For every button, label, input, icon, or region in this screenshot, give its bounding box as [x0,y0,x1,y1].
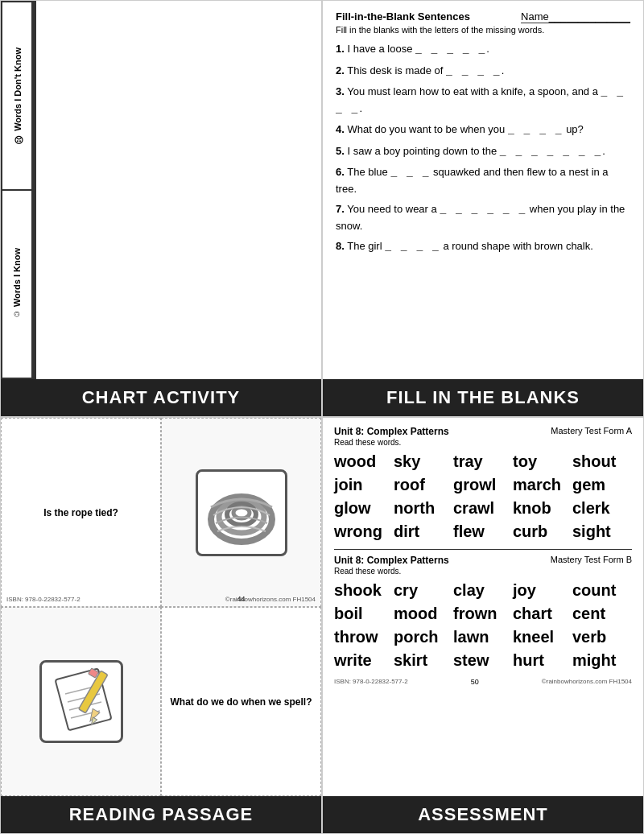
assess-word-b: cry [394,580,453,601]
chart-bottom-writing-area [33,191,35,378]
fitb-name: Name______________ [521,10,630,23]
assess-word-b: clay [453,580,513,601]
writing-image [45,666,118,734]
assess-word-b: chart [513,603,572,625]
chart-main-area [33,2,35,378]
fitb-header: Fill-in-the-Blank Sentences Name________… [336,10,630,23]
assess-footer: ISBN: 978-0-22832-577-2 50 ©rainbowhoriz… [334,678,632,686]
assess-word-b: mood [394,603,453,625]
assess-word-b: hurt [513,650,572,671]
assess-grid-b: shookcryclayjoycountboilmoodfrownchartce… [334,580,632,671]
chart-sidebar-top: ☹ Words I Don't Know [2,2,31,191]
fitb-item-3: 3. You must learn how to eat with a knif… [336,84,630,117]
assess-word-a: wrong [334,521,394,543]
assess-word-a: curb [513,521,572,543]
reading-passage-content: Is the rope tied? ISBN: 978-0-22832-577-… [1,418,321,796]
fitb-item-4: 4. What do you want to be when you _ _ _… [336,122,630,138]
assess-word-a: sight [572,521,632,543]
rope-image [201,475,282,547]
assess-word-a: growl [453,474,513,496]
assess-word-a: wood [334,451,394,473]
fitb-title: Fill-in-the-Blank Sentences [336,10,470,23]
fitb-item-2: 2. This desk is made of _ _ _ _. [336,63,630,80]
fitb-item-7: 7. You need to wear a _ _ _ _ _ _ when y… [336,201,630,233]
assess-grid-a: woodskytraytoyshoutjoinroofgrowlmarchgem… [334,451,632,543]
rp-cell-question-2: What do we do when we spell? [161,607,321,796]
assess-form-b: Mastery Test Form B [551,555,632,566]
assess-section-a: Unit 8: Complex Patterns Mastery Test Fo… [334,426,632,543]
assessment-label: ASSESSMENT [323,796,643,833]
assess-form-a: Mastery Test Form A [551,426,632,437]
words-know-label: ☺ Words I Know [12,248,22,320]
assess-word-b: skirt [394,650,453,671]
assess-word-a: crawl [453,498,513,519]
assess-word-b: count [572,580,632,601]
assess-word-a: sky [394,451,453,473]
rp-brand: ©rainbowhorizo​ns.com FH1504 [225,596,316,603]
assess-word-a: north [394,498,453,519]
fitb-item-1: 1. I have a loose _ _ _ _ _. [336,41,630,58]
assess-word-b: write [334,650,394,671]
assess-divider [334,549,632,550]
reading-passage-label: READING PASSAGE [1,796,321,833]
assess-word-a: toy [513,451,572,473]
assess-word-b: cent [572,603,632,625]
happy-face-icon: ☺ [12,311,22,320]
assess-word-a: flew [453,521,513,543]
fitb-item-8: 8. The girl _ _ _ _ a round shape with b… [336,238,630,255]
words-dont-know-label: ☹ Words I Don't Know [12,47,23,145]
chart-sidebar: ☹ Words I Don't Know ☺ Words I Know [2,2,33,378]
assess-word-b: stew [453,650,513,671]
assess-header-b: Unit 8: Complex Patterns Mastery Test Fo… [334,555,632,566]
chart-sidebar-bottom: ☺ Words I Know [2,191,31,378]
chart-activity-quadrant: ☹ Words I Don't Know ☺ Words I Know CHAR… [0,0,322,417]
assess-unit-b: Unit 8: Complex Patterns [334,555,449,566]
assess-header-a: Unit 8: Complex Patterns Mastery Test Fo… [334,426,632,437]
assess-word-b: lawn [453,626,513,648]
assess-word-b: verb [572,626,632,648]
fill-blanks-content: Fill-in-the-Blank Sentences Name________… [323,1,643,379]
assess-unit-a: Unit 8: Complex Patterns [334,426,449,437]
assess-word-b: joy [513,580,572,601]
assess-word-b: shook [334,580,394,601]
rope-card [196,469,287,556]
chart-border: ☹ Words I Don't Know ☺ Words I Know [1,1,36,379]
assessment-content: Unit 8: Complex Patterns Mastery Test Fo… [323,418,643,796]
assess-word-a: shout [572,451,632,473]
assess-word-a: gem [572,474,632,496]
writing-card [39,660,123,743]
assess-word-b: porch [394,626,453,648]
assess-word-a: clerk [572,498,632,519]
assess-word-a: march [513,474,572,496]
chart-activity-label: CHART ACTIVITY [1,379,321,416]
assess-isbn: ISBN: 978-0-22832-577-2 [334,678,408,686]
rp-cell-image-1: 44 ©rainbowhorizo​ns.com FH1504 [161,418,321,607]
assessment-quadrant: Unit 8: Complex Patterns Mastery Test Fo… [322,417,644,834]
assess-word-b: throw [334,626,394,648]
sad-face-icon: ☹ [12,134,23,144]
assess-word-a: glow [334,498,394,519]
assess-word-a: join [334,474,394,496]
assess-section-b: Unit 8: Complex Patterns Mastery Test Fo… [334,555,632,671]
rp-question-2: What do we do when we spell? [170,696,312,708]
fitb-instruction: Fill in the blanks with the letters of t… [336,25,630,35]
rp-isbn: ISBN: 978-0-22832-577-2 [6,596,80,603]
assess-page: 50 [471,678,479,686]
assess-brand: ©rainbowhorizo​ns.com FH1504 [542,678,632,686]
assess-word-b: boil [334,603,394,625]
rp-cell-image-2 [1,607,161,796]
rp-question-1: Is the rope tied? [43,507,118,518]
assess-word-a: roof [394,474,453,496]
fitb-item-6: 6. The blue _ _ _ squawked and then flew… [336,164,630,196]
fill-blanks-quadrant: Fill-in-the-Blank Sentences Name________… [322,0,644,417]
assess-instruction-b: Read these words. [334,567,632,576]
rp-cell-question-1: Is the rope tied? ISBN: 978-0-22832-577-… [1,418,161,607]
assess-word-b: kneel [513,626,572,648]
assess-word-a: tray [453,451,513,473]
fill-blanks-label: FILL IN THE BLANKS [323,379,643,416]
assess-instruction-a: Read these words. [334,438,632,447]
assess-word-a: dirt [394,521,453,543]
fitb-item-5: 5. I saw a boy pointing down to the _ _ … [336,143,630,160]
chart-top-writing-area [33,2,35,191]
chart-activity-content: ☹ Words I Don't Know ☺ Words I Know [1,1,321,379]
